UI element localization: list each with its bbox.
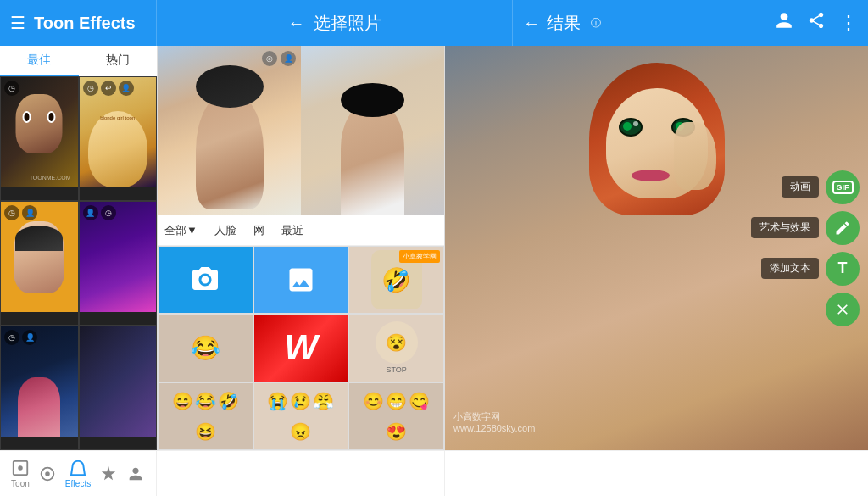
result-title-row: ← 结果 ⓘ (523, 12, 601, 35)
left-grid-row-1: ◷ TOONME.COM (0, 76, 157, 201)
cell-icon2: ◷ (83, 81, 98, 96)
gif-icon: GIF (832, 181, 854, 194)
gif-button[interactable]: GIF (826, 170, 860, 204)
main-content: 最佳 热门 ◷ (0, 46, 868, 450)
left-tabs: 最佳 热门 (0, 46, 157, 76)
left-cell-5[interactable]: ◷ 👤 (0, 326, 79, 450)
meme-badge: 小卓教学网 (399, 250, 440, 263)
filter-net[interactable]: 网 (253, 223, 264, 238)
bnav-panel-1: Toon Effects (0, 451, 157, 496)
svg-point-3 (45, 471, 50, 476)
close-icon (834, 301, 851, 318)
mid-grid-meme6[interactable]: 😊😁 😋😍 (348, 382, 444, 450)
effects-nav-icon (69, 459, 87, 477)
bnav-item-effects[interactable]: Effects (65, 459, 91, 488)
bnav-item-sparkle[interactable] (99, 465, 118, 483)
middle-top-photos: ◎ 👤 (158, 46, 444, 215)
text-icon: T (838, 259, 848, 277)
bnav-panel-2 (157, 451, 445, 496)
pencil-icon (834, 220, 851, 237)
mid-icon1: ◎ (262, 51, 277, 66)
app-header: ☰ Toon Effects ← 选择照片 ← 结果 ⓘ ⋮ (0, 0, 868, 46)
bnav-effects-label: Effects (65, 479, 91, 488)
header-right-icons: ⋮ (775, 11, 858, 35)
svg-point-1 (18, 465, 23, 471)
cell-icon7: 👤 (83, 205, 98, 220)
bnav-item-style[interactable] (38, 465, 57, 483)
left-cell-6[interactable] (79, 326, 158, 450)
mid-grid-meme5[interactable]: 😭😢 😤😠 (253, 382, 349, 450)
sparkle-nav-icon (99, 465, 118, 483)
mid-grid-meme2[interactable]: 😂 (158, 314, 253, 382)
effects-label: 艺术与效果 (751, 217, 819, 238)
left-grid-row-2: ◷ 👤 👤 ◷ (0, 201, 157, 326)
gallery-icon (286, 265, 316, 295)
info-icon[interactable]: ⓘ (591, 16, 601, 31)
person-icon[interactable] (775, 11, 793, 35)
cell-icon10: 👤 (22, 330, 37, 345)
cell-icon4: 👤 (119, 81, 134, 96)
cell-icon3: ↩ (101, 81, 116, 96)
watermark-line2: www.12580sky.com (453, 423, 535, 433)
action-row-text: 添加文本 T (751, 252, 860, 286)
mid-grid-red-w[interactable]: W (253, 314, 349, 382)
left-cell-1[interactable]: ◷ TOONME.COM (0, 76, 79, 201)
mid-grid-meme4[interactable]: 😄😂 🤣😆 (158, 382, 253, 450)
text-button[interactable]: T (826, 252, 860, 286)
bnav-item-person[interactable] (126, 465, 145, 483)
close-button[interactable] (826, 293, 860, 326)
panel2-title: 选择照片 (314, 12, 381, 35)
text-label: 添加文本 (761, 258, 819, 279)
filter-face[interactable]: 人脸 (214, 223, 236, 238)
app-title: Toon Effects (34, 14, 136, 33)
header-panel-1: ☰ Toon Effects (0, 0, 157, 46)
panel3-title: 结果 (547, 12, 581, 35)
mid-icon2: 👤 (281, 51, 296, 66)
action-row-close (751, 293, 860, 326)
filter-recent[interactable]: 最近 (281, 223, 303, 238)
bnav-panel-3 (445, 451, 868, 496)
left-cell-2[interactable]: ◷ ↩ 👤 blonde girl toon (79, 76, 158, 201)
middle-panel: ◎ 👤 (157, 46, 445, 450)
tab-hot[interactable]: 热门 (79, 46, 158, 76)
left-panel: 最佳 热门 ◷ (0, 46, 157, 450)
middle-filter-row: 全部▼ 人脸 网 最近 (158, 215, 444, 246)
toon-nav-icon (11, 459, 30, 477)
cell-icon5: ◷ (4, 205, 19, 220)
bnav-toon-label: Toon (11, 479, 30, 488)
camera-icon (190, 265, 220, 295)
back-icon-panel2[interactable]: ← (288, 14, 305, 33)
watermark-line1: 小高数字网 (453, 410, 535, 423)
header-panel-2: ← 选择照片 (157, 0, 513, 46)
mid-grid-meme1[interactable]: 小卓教学网 🤣 (348, 246, 444, 314)
right-action-buttons: 动画 GIF 艺术与效果 添加文本 (751, 170, 860, 326)
tab-best[interactable]: 最佳 (0, 46, 79, 76)
share-icon[interactable] (807, 11, 826, 35)
left-image-grid: ◷ TOONME.COM (0, 76, 157, 450)
left-grid-row-3: ◷ 👤 (0, 326, 157, 450)
mid-photo-2[interactable] (301, 46, 444, 215)
animation-label: 动画 (782, 176, 819, 198)
header-panel-3: ← 结果 ⓘ ⋮ (513, 0, 868, 46)
filter-all[interactable]: 全部▼ (164, 223, 198, 238)
more-icon[interactable]: ⋮ (839, 12, 858, 34)
action-row-animation: 动画 GIF (751, 170, 860, 204)
bnav-item-toon[interactable]: Toon (11, 459, 30, 488)
watermark: 小高数字网 www.12580sky.com (453, 410, 535, 433)
mid-grid-gallery[interactable] (253, 246, 349, 314)
bottom-nav-panels: Toon Effects (0, 451, 868, 496)
effects-button[interactable] (826, 211, 860, 245)
left-cell-4[interactable]: 👤 ◷ (79, 201, 158, 326)
cell-icon6: 👤 (22, 205, 37, 220)
mid-photo-1[interactable]: ◎ 👤 (158, 46, 301, 215)
bottom-nav: Toon Effects (0, 450, 868, 496)
action-row-effects: 艺术与效果 (751, 211, 860, 245)
menu-icon[interactable]: ☰ (10, 13, 25, 33)
cell-icon9: ◷ (4, 330, 19, 345)
mid-grid-camera[interactable] (158, 246, 253, 314)
back-icon-panel3[interactable]: ← (523, 14, 540, 33)
mid-grid-meme3[interactable]: 😵 STOP (348, 314, 444, 382)
result-image: 动画 GIF 艺术与效果 添加文本 (445, 46, 868, 450)
left-cell-3[interactable]: ◷ 👤 (0, 201, 79, 326)
right-panel: 动画 GIF 艺术与效果 添加文本 (445, 46, 868, 450)
